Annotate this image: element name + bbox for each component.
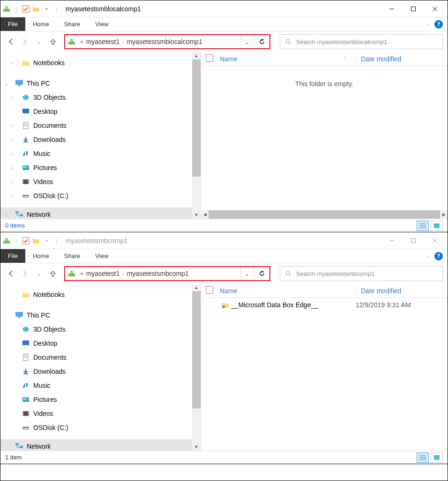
minimize-button[interactable] — [381, 2, 403, 16]
breadcrumb-current[interactable]: myasetestsmbcomp1 — [127, 270, 189, 277]
tree-music[interactable]: ›Music — [0, 147, 201, 161]
column-name[interactable]: Name˄ — [220, 55, 356, 63]
file-menu[interactable]: File — [0, 249, 25, 263]
chevron-right-icon[interactable]: › — [122, 39, 124, 44]
svg-point-9 — [286, 39, 290, 43]
svg-rect-53 — [28, 411, 29, 416]
svg-rect-44 — [18, 317, 21, 318]
tree-network[interactable]: Network — [0, 439, 201, 451]
folder-icon[interactable] — [32, 237, 40, 245]
checkmark-icon[interactable] — [22, 237, 30, 245]
tree-videos[interactable]: ›Videos — [0, 175, 201, 189]
breadcrumb-parent[interactable]: myasetest1 — [86, 38, 120, 45]
address-bar[interactable]: « myasetest1 › myasetestsmblocalcomp1 ⌄ — [64, 34, 270, 49]
svg-rect-12 — [18, 85, 21, 86]
tree-osdisk[interactable]: OSDisk (C:) — [0, 421, 201, 435]
recent-dropdown-icon[interactable]: ⌄ — [33, 268, 45, 279]
thumbnail-view-button[interactable] — [431, 452, 443, 463]
tree-3dobjects[interactable]: ›3D Objects — [0, 90, 201, 104]
breadcrumb-parent[interactable]: myasetest1 — [86, 270, 120, 277]
address-bar[interactable]: « myasetest1 › myasetestsmbcomp1 ⌄ — [64, 266, 270, 281]
item-date: 12/9/2019 9:31 AM — [356, 301, 448, 309]
checkmark-icon[interactable] — [22, 5, 30, 13]
tab-home[interactable]: Home — [25, 249, 57, 263]
details-view-button[interactable] — [417, 452, 429, 463]
close-button[interactable] — [424, 2, 446, 16]
details-view-button[interactable] — [417, 221, 429, 231]
list-item[interactable]: __Microsoft Data Box Edge__ 12/9/2019 9:… — [201, 298, 448, 312]
close-button[interactable] — [424, 234, 446, 248]
tree-3dobjects[interactable]: 3D Objects — [0, 322, 201, 336]
tree-notebooks[interactable]: ›Notebooks — [0, 56, 201, 70]
folder-icon[interactable] — [32, 5, 40, 13]
tree-desktop[interactable]: Desktop — [0, 104, 201, 118]
file-menu[interactable]: File — [0, 17, 25, 31]
address-dropdown-icon[interactable]: ⌄ — [240, 35, 254, 48]
column-name[interactable]: Name — [220, 287, 356, 295]
ribbon-expand-icon[interactable]: ⌄ — [426, 253, 430, 259]
sidebar-scrollbar[interactable]: ▲ ▼ — [192, 284, 201, 451]
help-icon[interactable]: ? — [434, 20, 443, 29]
select-all-checkbox[interactable] — [206, 54, 213, 62]
refresh-button[interactable] — [254, 35, 269, 48]
select-all-checkbox[interactable] — [206, 286, 213, 294]
status-bar: 1 item — [0, 451, 448, 464]
title-bar: | ▾ | myasetestsmblocalcomp1 — [0, 0, 448, 17]
address-dropdown-icon[interactable]: ⌄ — [240, 267, 254, 280]
ribbon-bar: File Home Share View ⌄ ? — [0, 17, 448, 31]
tab-view[interactable]: View — [88, 249, 116, 263]
forward-button[interactable] — [19, 36, 30, 47]
minimize-button[interactable] — [381, 234, 403, 248]
tree-desktop[interactable]: Desktop — [0, 336, 201, 350]
tree-network[interactable]: ›Network — [0, 207, 201, 219]
tab-home[interactable]: Home — [25, 17, 57, 31]
back-button[interactable] — [5, 36, 16, 47]
ribbon-expand-icon[interactable]: ⌄ — [426, 22, 430, 27]
tree-documents[interactable]: ›Documents — [0, 118, 201, 133]
forward-button[interactable] — [19, 268, 30, 279]
help-icon[interactable]: ? — [434, 252, 443, 260]
svg-rect-21 — [28, 179, 29, 184]
refresh-button[interactable] — [254, 267, 269, 280]
tree-pictures[interactable]: ›Pictures — [0, 161, 201, 175]
tree-documents[interactable]: Documents — [0, 350, 201, 364]
qat-dropdown-icon[interactable]: ▾ — [42, 237, 51, 245]
tree-osdisk[interactable]: ›OSDisk (C:) — [0, 189, 201, 203]
tab-share[interactable]: Share — [57, 249, 88, 263]
tree-pictures[interactable]: Pictures — [0, 392, 201, 407]
svg-rect-24 — [15, 211, 19, 214]
up-button[interactable] — [47, 268, 59, 279]
tab-view[interactable]: View — [88, 17, 116, 31]
tree-thispc[interactable]: ⌄This PC — [0, 76, 201, 90]
sort-indicator-icon: ˄ — [344, 57, 346, 61]
thumbnail-view-button[interactable] — [431, 221, 443, 231]
tree-videos[interactable]: Videos — [0, 407, 201, 421]
sidebar-scrollbar[interactable]: ▲ ▼ — [192, 52, 201, 219]
content-h-scrollbar[interactable]: ◀▶ — [201, 210, 448, 219]
tree-notebooks[interactable]: Notebooks — [0, 288, 201, 302]
svg-rect-2 — [22, 6, 29, 12]
up-button[interactable] — [47, 36, 59, 47]
svg-rect-55 — [22, 427, 29, 428]
svg-rect-0 — [3, 9, 10, 12]
svg-rect-19 — [22, 179, 29, 184]
column-date[interactable]: Date modified — [356, 55, 448, 63]
maximize-button[interactable] — [403, 2, 424, 16]
tab-share[interactable]: Share — [57, 17, 88, 31]
svg-rect-33 — [5, 238, 8, 241]
search-input[interactable]: Search myasetestsmbcomp1 — [280, 266, 443, 281]
column-date[interactable]: Date modified — [356, 287, 448, 295]
tree-downloads[interactable]: ›Downloads — [0, 133, 201, 147]
status-text: 1 item — [5, 454, 22, 461]
breadcrumb-current[interactable]: myasetestsmblocalcomp1 — [127, 38, 202, 45]
recent-dropdown-icon[interactable]: ⌄ — [33, 36, 45, 47]
back-button[interactable] — [5, 268, 16, 279]
search-input[interactable]: Search myasetestsmblocalcomp1 — [280, 34, 443, 49]
maximize-button[interactable] — [403, 234, 424, 248]
tree-music[interactable]: Music — [0, 378, 201, 392]
svg-rect-1 — [5, 6, 8, 9]
qat-dropdown-icon[interactable]: ▾ — [42, 5, 51, 13]
tree-downloads[interactable]: Downloads — [0, 364, 201, 378]
tree-thispc[interactable]: This PC — [0, 308, 201, 322]
chevron-right-icon[interactable]: › — [122, 271, 124, 276]
